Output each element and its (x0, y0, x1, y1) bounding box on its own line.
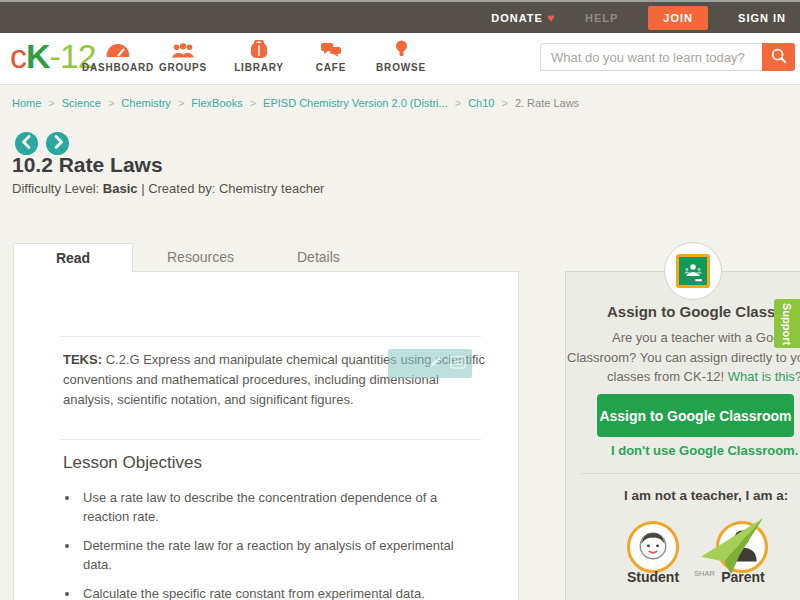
breadcrumb: Home > Science > Chemistry > FlexBooks >… (12, 97, 579, 109)
nav-label: LIBRARY (219, 62, 299, 73)
next-lesson-button[interactable] (46, 132, 69, 155)
sign-in-link[interactable]: SIGN IN (738, 12, 786, 24)
created-by: Created by: Chemistry teacher (148, 181, 324, 196)
tab-resources[interactable]: Resources (167, 249, 234, 265)
what-is-this-link[interactable]: What is this? (728, 369, 800, 384)
share-cursor-paper-plane-icon (699, 516, 767, 580)
not-a-teacher-text: I am not a teacher, I am a: (624, 488, 788, 503)
logo-k: K (26, 37, 50, 75)
lesson-objectives-list: Use a rate law to describe the concentra… (80, 488, 480, 600)
breadcrumb-separator: > (178, 97, 184, 109)
breadcrumb-chemistry[interactable]: Chemistry (121, 97, 171, 109)
content-divider (61, 336, 481, 337)
search-input[interactable] (540, 43, 762, 71)
breadcrumb-chapter[interactable]: Ch10 (468, 97, 494, 109)
google-classroom-icon (676, 254, 710, 288)
backpack-icon (219, 40, 299, 58)
nav-label: BROWSE (361, 62, 441, 73)
breadcrumb-home[interactable]: Home (12, 97, 41, 109)
join-button[interactable]: JOIN (648, 6, 708, 30)
breadcrumb-flexbooks[interactable]: FlexBooks (191, 97, 242, 109)
assign-heading: Assign to Google Classroom (607, 303, 800, 320)
assign-to-classroom-button[interactable]: Assign to Google Classroom (597, 394, 794, 437)
lesson-content-panel: TEKS: C.2.G Express and manipulate chemi… (13, 271, 519, 600)
google-classroom-badge (664, 242, 722, 300)
nav-item-cafe[interactable]: CAFE (291, 40, 371, 73)
main-navbar: cK-12 DASHBOARD GROUPS LIBRARY CAFE BROW… (0, 33, 800, 85)
nav-label: GROUPS (143, 62, 223, 73)
tab-read[interactable]: Read (13, 243, 133, 272)
support-tab[interactable]: Support (774, 299, 800, 348)
assign-paragraph-line: Classroom? You can assign directly to yo… (567, 350, 800, 365)
breadcrumb-current: 2. Rate Laws (515, 97, 579, 109)
breadcrumb-separator: > (48, 97, 54, 109)
logo-c: c (10, 37, 26, 75)
student-role-button[interactable] (627, 521, 679, 573)
teks-text-line: analysis, scientific notation, and signi… (63, 390, 485, 410)
note-icon[interactable] (450, 355, 466, 373)
tab-details[interactable]: Details (297, 249, 340, 265)
breadcrumb-separator: > (108, 97, 114, 109)
difficulty-value: Basic (103, 181, 138, 196)
nav-label: CAFE (291, 62, 371, 73)
breadcrumb-separator: > (455, 97, 461, 109)
breadcrumb-science[interactable]: Science (62, 97, 101, 109)
subtitle-pipe: | (141, 181, 144, 196)
content-divider (61, 439, 481, 440)
heart-icon: ♥ (547, 11, 555, 25)
no-google-classroom-link[interactable]: I don't use Google Classroom. (611, 443, 798, 458)
objective-item: Determine the rate law for a reaction by… (80, 536, 480, 574)
lesson-objectives-heading: Lesson Objectives (63, 453, 202, 473)
lightbulb-icon (361, 40, 441, 58)
breadcrumb-separator: > (501, 97, 507, 109)
search-button[interactable] (762, 43, 795, 71)
breadcrumb-separator: > (250, 97, 256, 109)
student-label: Student (627, 569, 679, 585)
donate-link[interactable]: DONATE♥ (491, 11, 555, 25)
top-utility-bar: DONATE♥ HELP JOIN SIGN IN (0, 0, 800, 33)
objective-item: Calculate the specific rate constant fro… (80, 584, 480, 600)
search-icon (770, 47, 788, 68)
objective-item: Use a rate law to describe the concentra… (80, 488, 480, 526)
support-tab-label: Support (781, 302, 793, 344)
highlight-annotation-toolbar[interactable] (388, 349, 472, 378)
assign-paragraph-text: classes from CK-12! (607, 369, 724, 384)
chat-bubbles-icon (291, 40, 371, 58)
page-subtitle: Difficulty Level: Basic | Created by: Ch… (12, 181, 324, 196)
sidebar-divider (581, 473, 800, 474)
people-icon (143, 40, 223, 58)
breadcrumb-book[interactable]: EPISD Chemistry Version 2.0 (Distri... (263, 97, 448, 109)
pencil-icon[interactable] (428, 355, 442, 373)
student-face-icon (632, 524, 674, 570)
difficulty-label: Difficulty Level: (12, 181, 99, 196)
assign-paragraph-line: classes from CK-12! What is this? (607, 369, 800, 384)
donate-label: DONATE (491, 12, 543, 24)
assign-paragraph-line: Are you a teacher with a Google (612, 330, 798, 345)
page-title: 10.2 Rate Laws (12, 153, 163, 177)
teks-label: TEKS: (63, 352, 102, 367)
help-link[interactable]: HELP (585, 12, 618, 24)
nav-item-browse[interactable]: BROWSE (361, 40, 441, 73)
nav-item-library[interactable]: LIBRARY (219, 40, 299, 73)
nav-item-groups[interactable]: GROUPS (143, 40, 223, 73)
previous-lesson-button[interactable] (15, 132, 38, 155)
